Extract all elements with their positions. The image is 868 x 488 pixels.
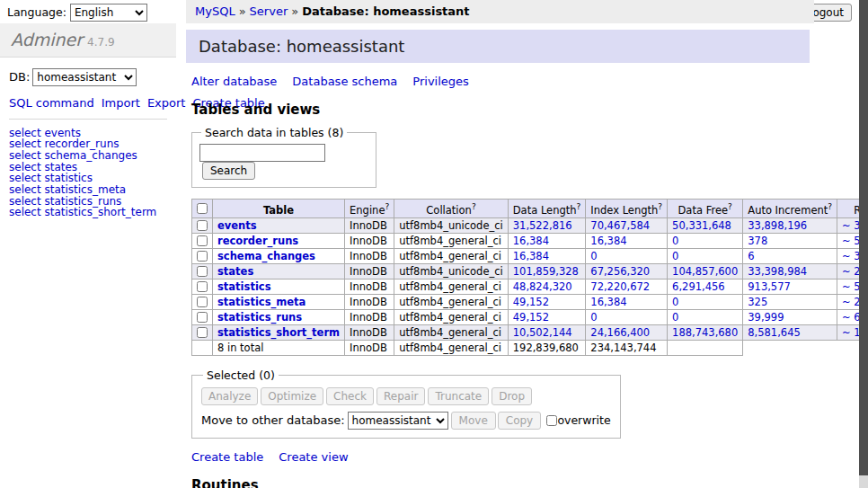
data-free-cell: 0 bbox=[668, 309, 743, 324]
column-header[interactable]: Index Length? bbox=[586, 200, 668, 218]
table-name-cell: statistics_runs bbox=[213, 309, 345, 324]
column-header[interactable]: Collation? bbox=[394, 200, 509, 218]
row-checkbox[interactable] bbox=[197, 312, 208, 323]
table-name-link[interactable]: statistics_runs bbox=[217, 311, 302, 324]
row-checkbox[interactable] bbox=[197, 220, 208, 231]
table-name-link[interactable]: events bbox=[217, 219, 257, 232]
rows-count-link[interactable]: ~ 5 bbox=[842, 235, 861, 247]
bulk-action-button[interactable]: Optimize bbox=[261, 387, 323, 405]
column-header[interactable]: Engine? bbox=[345, 200, 394, 218]
bulk-action-button[interactable]: Repair bbox=[376, 387, 425, 405]
scrollbar-thumb[interactable] bbox=[859, 0, 868, 475]
create-links-row: Create tableCreate view bbox=[191, 450, 859, 464]
db-select[interactable]: homeassistant bbox=[32, 68, 137, 86]
index-length-link[interactable]: 0 bbox=[590, 250, 597, 262]
data-free-link[interactable]: 188,743,680 bbox=[672, 326, 738, 339]
data-length-link[interactable]: 49,152 bbox=[513, 311, 549, 324]
row-checkbox[interactable] bbox=[197, 235, 208, 246]
create-link[interactable]: Create table bbox=[191, 450, 263, 464]
table-name-link[interactable]: statistics bbox=[217, 280, 271, 293]
db-links-row: Alter databaseDatabase schemaPrivileges bbox=[191, 75, 859, 88]
copy-button[interactable]: Copy bbox=[498, 412, 541, 430]
auto-increment-link[interactable]: 325 bbox=[748, 296, 767, 308]
bulk-action-button[interactable]: Drop bbox=[492, 387, 532, 405]
index-length-link[interactable]: 72,220,672 bbox=[590, 280, 650, 293]
table-name-link[interactable]: statistics_short_term bbox=[217, 326, 340, 339]
sidebar-body: DB:homeassistant SQL commandImportExport… bbox=[0, 58, 176, 218]
create-link[interactable]: Create view bbox=[279, 450, 348, 464]
sidebar-table-link[interactable]: select statistics_meta bbox=[9, 184, 176, 196]
data-free-link[interactable]: 104,857,600 bbox=[672, 265, 738, 278]
data-free-link[interactable]: 0 bbox=[672, 311, 678, 324]
index-length-link[interactable]: 70,467,584 bbox=[590, 219, 650, 232]
data-free-cell: 104,857,600 bbox=[668, 263, 743, 279]
move-button[interactable]: Move bbox=[451, 412, 496, 430]
column-header[interactable]: Auto Increment? bbox=[743, 200, 837, 218]
data-length-link[interactable]: 101,859,328 bbox=[513, 265, 579, 278]
bulk-action-button[interactable]: Check bbox=[326, 387, 374, 405]
index-length-link[interactable]: 0 bbox=[590, 311, 597, 324]
breadcrumb-mysql-link[interactable]: MySQL bbox=[195, 4, 235, 18]
bulk-action-button[interactable]: Analyze bbox=[201, 387, 258, 405]
data-length-link[interactable]: 16,384 bbox=[513, 235, 549, 247]
column-header[interactable]: Table bbox=[213, 200, 345, 218]
row-checkbox[interactable] bbox=[197, 251, 208, 262]
breadcrumb-server-link[interactable]: Server bbox=[250, 4, 288, 18]
auto-increment-link[interactable]: 33,898,196 bbox=[748, 219, 807, 232]
row-checkbox[interactable] bbox=[197, 327, 208, 338]
bulk-action-button[interactable]: Truncate bbox=[428, 387, 489, 405]
auto-increment-link[interactable]: 378 bbox=[748, 235, 767, 247]
data-free-link[interactable]: 6,291,456 bbox=[672, 280, 725, 293]
index-length-link[interactable]: 24,166,400 bbox=[590, 326, 650, 339]
index-length-link[interactable]: 16,384 bbox=[590, 296, 626, 308]
db-label: DB: bbox=[9, 70, 30, 84]
index-length-link[interactable]: 16,384 bbox=[590, 235, 626, 247]
data-length-link[interactable]: 10,502,144 bbox=[513, 326, 572, 339]
column-header[interactable]: Data Free? bbox=[668, 200, 743, 218]
sidebar-action-link[interactable]: Export bbox=[147, 96, 186, 110]
move-db-select[interactable]: homeassistant bbox=[348, 412, 448, 430]
data-free-link[interactable]: 0 bbox=[672, 235, 678, 247]
row-checkbox[interactable] bbox=[197, 281, 208, 292]
row-checkbox-cell bbox=[192, 263, 213, 279]
data-length-link[interactable]: 48,824,320 bbox=[513, 280, 572, 293]
data-free-link[interactable]: 0 bbox=[672, 296, 678, 308]
db-action-link[interactable]: Database schema bbox=[292, 75, 397, 88]
row-checkbox[interactable] bbox=[197, 297, 208, 307]
data-free-cell: 188,743,680 bbox=[668, 324, 743, 340]
db-action-link[interactable]: Alter database bbox=[191, 75, 277, 88]
sidebar-action-link[interactable]: Import bbox=[102, 96, 140, 110]
data-free-link[interactable]: 0 bbox=[672, 250, 678, 262]
auto-increment-link[interactable]: 33,398,984 bbox=[748, 265, 807, 278]
search-input[interactable] bbox=[199, 144, 325, 162]
table-name-link[interactable]: recorder_runs bbox=[217, 235, 298, 247]
vertical-scrollbar[interactable] bbox=[859, 0, 868, 488]
data-free-link[interactable]: 50,331,648 bbox=[672, 219, 731, 232]
table-name-link[interactable]: statistics_meta bbox=[217, 296, 306, 308]
sidebar-table-link[interactable]: select schema_changes bbox=[9, 150, 176, 162]
data-length-link[interactable]: 16,384 bbox=[513, 250, 549, 262]
overwrite-checkbox[interactable] bbox=[546, 415, 557, 426]
collation-cell: utf8mb4_general_ci bbox=[394, 324, 509, 340]
auto-increment-link[interactable]: 39,999 bbox=[748, 311, 784, 324]
table-name-cell: states bbox=[213, 263, 345, 279]
auto-increment-link[interactable]: 913,577 bbox=[748, 280, 791, 293]
table-name-link[interactable]: schema_changes bbox=[217, 250, 315, 262]
rows-count-link[interactable]: ~ 3 bbox=[842, 250, 861, 262]
auto-increment-link[interactable]: 8,581,645 bbox=[748, 326, 801, 339]
column-header[interactable]: Data Length? bbox=[508, 200, 586, 218]
auto-increment-link[interactable]: 6 bbox=[748, 250, 754, 262]
sidebar-action-link[interactable]: SQL command bbox=[9, 96, 94, 110]
search-button[interactable]: Search bbox=[202, 162, 255, 180]
row-checkbox-cell bbox=[192, 309, 213, 324]
row-checkbox[interactable] bbox=[197, 266, 208, 277]
data-length-link[interactable]: 49,152 bbox=[513, 296, 549, 308]
select-all-checkbox[interactable] bbox=[197, 203, 208, 214]
engine-cell: InnoDB bbox=[345, 279, 394, 294]
db-action-link[interactable]: Privileges bbox=[412, 75, 469, 88]
language-select[interactable]: English bbox=[70, 4, 147, 22]
index-length-link[interactable]: 67,256,320 bbox=[590, 265, 650, 278]
data-length-link[interactable]: 31,522,816 bbox=[513, 219, 572, 232]
sidebar-table-link[interactable]: select statistics_short_term bbox=[9, 207, 176, 218]
table-name-link[interactable]: states bbox=[217, 265, 253, 278]
